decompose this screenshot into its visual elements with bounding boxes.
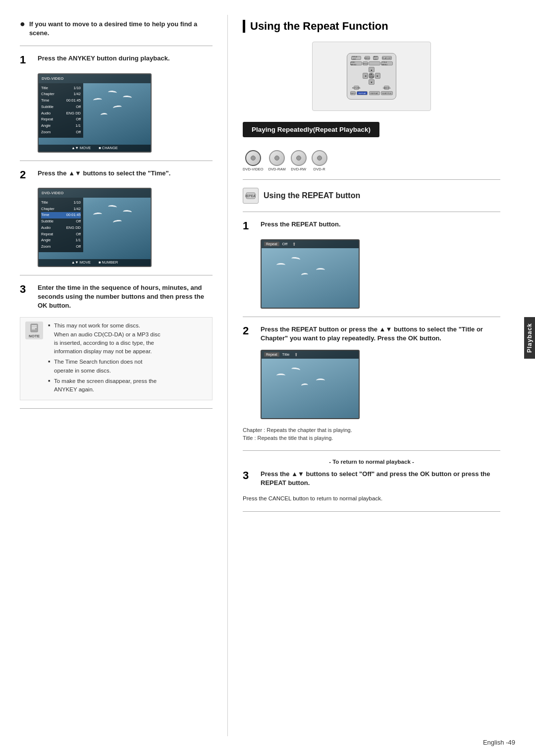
sub-section-repeat: REPEAT Using the REPEAT button [243, 188, 500, 204]
screen-2-bottom-bar: ▲▼ MOVE ■ NUMBER [39, 259, 151, 266]
menu2-item-angle: Angle1/1 [41, 237, 81, 244]
svg-rect-3 [32, 328, 35, 329]
disc-icon-dvd-rw: DVD-RW [291, 150, 307, 171]
repeat-screen-2-birds [262, 359, 359, 418]
right-step-3-num: 3 [243, 470, 257, 482]
remote-dpad-left: ◄ [363, 73, 368, 79]
left-column: ● If you want to move to a desired time … [0, 15, 228, 736]
disc-circle-4 [312, 150, 327, 166]
remote-dpad-empty-br [375, 79, 380, 85]
svg-rect-1 [32, 325, 37, 326]
screen-2-number-label: ■ NUMBER [99, 260, 118, 265]
repeat-screen-2: Repeat Title ⬆ [261, 350, 360, 419]
playing-banner-wrap: Playing Repeatedly(Repeat Playback) [243, 118, 500, 144]
bullet-intro: ● If you want to move to a desired time … [20, 20, 213, 38]
repeat-screen-1: Repeat Off ⬆ [261, 239, 360, 309]
menu-item-subtitle: SubtitleOff [41, 104, 81, 110]
screen-2-label: DVD-VIDEO [42, 191, 63, 195]
repeat-value-2: Title [282, 352, 290, 357]
disc-label-2: DVD-RAM [268, 167, 286, 171]
divider-1 [20, 46, 213, 46]
page-footer: English -49 [483, 739, 515, 746]
bullet-intro-text: If you want to move to a desired time to… [29, 20, 213, 38]
disc-icons-row: DVD-VIDEO DVD-RAM DVD-RW DVD-R [243, 150, 500, 171]
step-1-text: Press the ANYKEY button during playback. [38, 54, 213, 63]
remote-diagram: TITLE LIST MENU ANY KEY PLAYLIST DISC ME… [312, 42, 431, 111]
menu-item-title: Title1/10 [41, 85, 81, 92]
note-box: NOTE This may not work for some discs.Wh… [20, 317, 213, 400]
screen-2-move-label: ▲▼ MOVE [71, 260, 91, 265]
remote-bottom-row: INFO REPEAT REPEAT SUBTITLE [350, 91, 393, 95]
menu-item-repeat: RepeatOff [41, 116, 81, 123]
remote-title-menu-btn: TITLE MENU [381, 61, 393, 65]
divider-3 [20, 275, 213, 275]
screen-1-label: DVD-VIDEO [42, 76, 63, 81]
disc-circle-2 [269, 150, 285, 166]
svg-rect-0 [31, 324, 38, 332]
menu2-item-zoom: ZoomOff [41, 244, 81, 250]
right-divider-5 [243, 511, 500, 512]
remote-placeholder-btn [369, 61, 380, 65]
menu-item-audio: AudioENG DD [41, 110, 81, 117]
birds-bg-1 [83, 83, 151, 145]
remote-return-cancel-row: RETURN CANCEL [350, 86, 393, 90]
right-step-1-row: 1 Press the REPEAT button. [243, 220, 500, 232]
remote-playlist-btn: PLAYLIST [382, 56, 392, 60]
disc-icon-dvd-video: DVD-VIDEO [243, 150, 264, 171]
svg-text:REPEAT: REPEAT [245, 194, 256, 198]
divider-4 [20, 408, 213, 409]
step-3-row: 3 Enter the time in the sequence of hour… [20, 283, 213, 311]
return-note: - To return to normal playback - [243, 459, 500, 465]
right-step-3-text: Press the ▲▼ buttons to select "Off" and… [261, 470, 500, 487]
screen-1-top-bar: DVD-VIDEO [39, 74, 151, 83]
note-item-2: The Time Search function does notoperate… [48, 358, 160, 375]
sidebar-tab: Playback [524, 317, 535, 359]
remote-dpad-down: ▼ [369, 79, 374, 85]
remote-dpad-right: ► [375, 73, 380, 79]
disc-label-4: DVD-R [314, 167, 325, 171]
step-1-number: 1 [20, 54, 34, 66]
right-step-1-num: 1 [243, 220, 257, 232]
note-content: This may not work for some discs.When an… [48, 322, 160, 396]
repeat-value-1: Off [282, 242, 288, 246]
disc-icon-dvd-r: DVD-R [312, 150, 327, 171]
screen-1-change-label: ■ CHANGE [99, 146, 118, 150]
divider-2 [20, 161, 213, 161]
repeat-badge-2: Repeat [264, 352, 279, 357]
step-2-row: 2 Press the ▲▼ buttons to select the "Ti… [20, 169, 213, 181]
step-3-number: 3 [20, 283, 34, 295]
repeat-screen-1-bar: Repeat Off ⬆ [262, 240, 359, 248]
disc-circle-3 [291, 150, 307, 166]
sub-section-title: Using the REPEAT button [264, 191, 360, 200]
remote-labels-row: TITLE LIST MENU ANY KEY PLAYLIST [350, 56, 393, 60]
caption-chapter: Chapter : Repeats the chapter that is pl… [243, 427, 352, 433]
right-step-2-row: 2 Press the REPEAT button or press the ▲… [243, 325, 500, 343]
screen-2-wrap: DVD-VIDEO Title1/10 Chapter1/42 Time00:0… [38, 188, 213, 267]
menu-item-chapter: Chapter1/42 [41, 91, 81, 98]
repeat-badge-1: Repeat [264, 242, 279, 246]
section-title: Using the Repeat Function [243, 20, 500, 33]
screen-1-menu: Title1/10 Chapter1/42 Time00:01:45 Subti… [39, 83, 83, 138]
disc-icon-dvd-ram: DVD-RAM [268, 150, 286, 171]
caption-text: Chapter : Repeats the chapter that is pl… [243, 426, 500, 442]
menu2-item-time-highlight: Time00:01:45 [41, 212, 81, 218]
disc-label-1: DVD-VIDEO [243, 167, 264, 171]
menu-item-angle: Angle1/1 [41, 123, 81, 129]
menu-item-time: Time00:01:45 [41, 98, 81, 104]
remote-any-key-btn: ANY KEY [373, 56, 378, 60]
remote-disc-menu-row: DISC MENU (E11) TITLE MENU [350, 61, 393, 65]
right-column: Using the Repeat Function TITLE LIST MEN… [228, 15, 515, 736]
remote-dpad-empty-bl [363, 79, 368, 85]
screen-2-top-bar: DVD-VIDEO [39, 189, 151, 198]
right-divider-4 [243, 450, 500, 451]
note-icon: NOTE [25, 322, 43, 339]
right-divider-3 [243, 317, 500, 317]
repeat-arrow-2: ⬆ [294, 352, 298, 357]
birds-bg-2 [83, 198, 151, 259]
screen-1-wrap: DVD-VIDEO Title1/10 Chapter1/42 Time00:0… [38, 73, 213, 153]
step-1-row: 1 Press the ANYKEY button during playbac… [20, 54, 213, 66]
right-step-1-text: Press the REPEAT button. [261, 220, 500, 229]
step-2-text: Press the ▲▼ buttons to select the "Time… [38, 169, 213, 178]
remote-dpad-ok: OKCCP [369, 73, 374, 79]
step-2-number: 2 [20, 169, 34, 181]
